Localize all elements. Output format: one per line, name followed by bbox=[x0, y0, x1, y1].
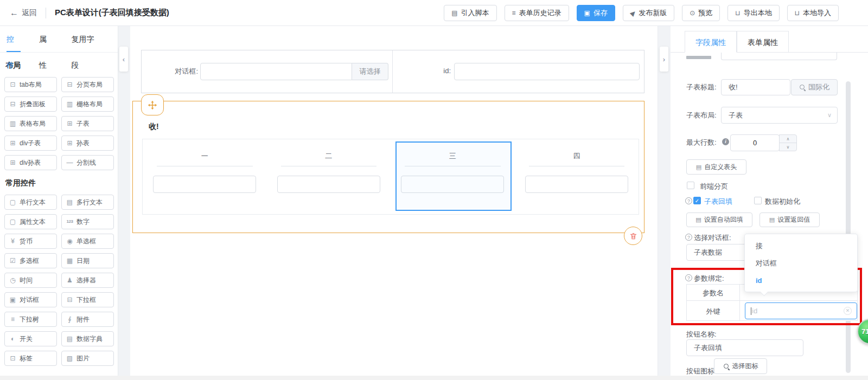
return-value-button[interactable]: ▤ 设置返回值 bbox=[760, 212, 820, 227]
control-grid-layout[interactable]: ▥栅格布局 bbox=[61, 96, 114, 112]
number-123-icon: 123 bbox=[65, 220, 74, 224]
control-currency[interactable]: ¥货币 bbox=[4, 234, 57, 249]
control-single-line-text[interactable]: ▢单行文本 bbox=[4, 195, 57, 210]
data-init-checkbox[interactable] bbox=[754, 197, 762, 204]
control-pagination-layout[interactable]: ⊟分页布局 bbox=[61, 77, 114, 92]
control-divider-line[interactable]: —分割线 bbox=[61, 155, 114, 170]
control-time[interactable]: ◷时间 bbox=[4, 273, 57, 288]
dialog-input[interactable] bbox=[200, 63, 352, 80]
subtable-cell-input[interactable] bbox=[277, 176, 380, 193]
panel-scrollbar[interactable] bbox=[846, 81, 851, 373]
control-data-dictionary[interactable]: ▤数据字典 bbox=[61, 331, 114, 346]
control-label: 子表 bbox=[76, 119, 90, 128]
control-radio[interactable]: ◉单选框 bbox=[61, 234, 114, 249]
control-image[interactable]: ▧图片 bbox=[61, 351, 114, 366]
control-label: 对话框 bbox=[20, 295, 39, 305]
collapse-left-button[interactable]: ‹ bbox=[119, 47, 128, 72]
control-tab-layout[interactable]: ⊡tab布局 bbox=[4, 77, 57, 92]
choose-icon-button[interactable]: 选择图标 bbox=[714, 358, 767, 374]
suggestion-popup-list: 接对话框id bbox=[745, 237, 857, 289]
sidebar-tab-controls[interactable]: 控件 bbox=[7, 26, 21, 52]
drag-handle[interactable] bbox=[141, 94, 164, 115]
stepper-up-button[interactable]: ∧ bbox=[780, 135, 796, 143]
control-div-subtable[interactable]: ⊞div子表 bbox=[4, 136, 57, 151]
preview-button[interactable]: ⊙预览 bbox=[682, 5, 720, 21]
choose-button[interactable]: 请选择 bbox=[352, 63, 388, 80]
import-local-button[interactable]: ⊔本地导入 bbox=[787, 5, 839, 21]
control-table-layout[interactable]: ▥表格布局 bbox=[4, 116, 57, 131]
subtable-title-label: 子表标题: bbox=[686, 82, 717, 92]
control-grandchild-table[interactable]: ⊞孙表 bbox=[61, 136, 114, 151]
import-script-button[interactable]: ▤引入脚本 bbox=[444, 5, 496, 21]
panel-tab-form-properties[interactable]: 表单属性 bbox=[737, 31, 789, 53]
front-paging-checkbox[interactable] bbox=[687, 182, 694, 189]
subtable-cell-input[interactable] bbox=[153, 176, 256, 193]
sidebar-tab-properties[interactable]: 属性 bbox=[39, 26, 53, 52]
save-icon: ▣ bbox=[584, 10, 590, 16]
control-dropdown[interactable]: ⊟下拉框 bbox=[61, 292, 114, 307]
id-input[interactable] bbox=[454, 63, 640, 80]
control-picker[interactable]: ♟选择器 bbox=[61, 273, 114, 288]
toggle-icon: ◐ bbox=[8, 336, 17, 342]
subtable-cell-input[interactable] bbox=[525, 176, 628, 193]
control-tag[interactable]: ⊡标签 bbox=[4, 351, 57, 366]
control-dialog[interactable]: ▣对话框 bbox=[4, 292, 57, 307]
dropdown-item[interactable]: 接 bbox=[745, 237, 857, 255]
dropdown-item[interactable]: 对话框 bbox=[745, 255, 857, 272]
table-divider bbox=[739, 285, 740, 320]
control-label: 下拉框 bbox=[76, 295, 96, 305]
column-underline bbox=[281, 166, 377, 166]
form-history-button[interactable]: ≡表单历史记录 bbox=[505, 5, 569, 21]
control-switch[interactable]: ◐开关 bbox=[4, 331, 57, 346]
sidebar-tab-reuse-fields[interactable]: 复用字段 bbox=[72, 26, 100, 52]
subtable-title-input[interactable]: 收! bbox=[721, 79, 790, 95]
delete-subtable-button[interactable] bbox=[624, 227, 642, 245]
column-underline bbox=[529, 166, 625, 166]
number-stepper: ∧ ∨ bbox=[779, 134, 797, 151]
max-rows-input[interactable]: 0 bbox=[730, 134, 780, 151]
control-dropdown-tree[interactable]: ≡下拉树 bbox=[4, 312, 57, 327]
subtable-cell-input[interactable] bbox=[401, 176, 504, 193]
control-date[interactable]: ▦日期 bbox=[61, 253, 114, 268]
control-label: 货币 bbox=[20, 237, 33, 246]
tag-icon: ⊡ bbox=[8, 355, 17, 362]
auto-backfill-button[interactable]: ▤ 设置自动回填 bbox=[686, 212, 752, 227]
control-multi-line-text[interactable]: ▤多行文本 bbox=[61, 195, 114, 210]
custom-header-button[interactable]: ▤ 自定义表头 bbox=[686, 159, 746, 175]
export-local-button[interactable]: ⊔导出本地 bbox=[727, 5, 779, 21]
control-attribute-text[interactable]: ▢属性文本 bbox=[4, 214, 57, 229]
button-label: 本地导入 bbox=[803, 8, 831, 18]
i18n-button[interactable]: 国际化 bbox=[791, 79, 838, 95]
control-label: 图片 bbox=[76, 354, 90, 363]
control-collapse-panel[interactable]: ⊟折叠面板 bbox=[4, 96, 57, 112]
clipped-field-input[interactable] bbox=[721, 53, 837, 60]
dialog-icon: ▣ bbox=[8, 297, 17, 303]
dropdown-item[interactable]: id bbox=[745, 272, 857, 289]
back-button[interactable]: ← 返回 bbox=[10, 8, 37, 18]
control-attachment[interactable]: ∮附件 bbox=[61, 312, 114, 327]
control-number[interactable]: 123数字 bbox=[61, 214, 114, 229]
control-div-grandchild-table[interactable]: ⊞div孙表 bbox=[4, 155, 57, 170]
i18n-button-label: 国际化 bbox=[808, 82, 829, 92]
stepper-down-button[interactable]: ∨ bbox=[780, 143, 796, 151]
control-subtable[interactable]: ⊞子表 bbox=[61, 116, 114, 131]
publish-button[interactable]: ▶发布新版 bbox=[623, 5, 674, 21]
panel-tab-field-properties[interactable]: 字段属性 bbox=[685, 31, 737, 53]
control-checkbox[interactable]: ☑多选框 bbox=[4, 253, 57, 268]
choose-dialog-value: 子表数据 bbox=[694, 248, 722, 257]
subtable-layout-select[interactable]: 子表 ∨ bbox=[721, 107, 838, 124]
subtable-layout-label: 子表布局: bbox=[686, 111, 717, 120]
book-icon: ▤ bbox=[65, 336, 74, 342]
clipped-field-label bbox=[686, 56, 711, 59]
backfill-checkbox[interactable]: ✓ bbox=[693, 197, 701, 204]
divider-line-icon: — bbox=[65, 159, 74, 166]
save-button[interactable]: ▣保存 bbox=[577, 5, 615, 21]
foreign-key-input[interactable]: id ✕ bbox=[745, 302, 857, 319]
horizontal-scrollbar-track[interactable] bbox=[0, 376, 868, 380]
button-label: 预览 bbox=[698, 8, 712, 18]
button-name-input[interactable]: 子表回填 bbox=[686, 339, 803, 356]
clear-icon[interactable]: ✕ bbox=[844, 307, 852, 315]
control-grid: ▢单行文本▤多行文本▢属性文本123数字¥货币◉单选框☑多选框▦日期◷时间♟选择… bbox=[0, 195, 118, 366]
collapse-right-button[interactable]: › bbox=[660, 47, 668, 72]
subtable-title: 收! bbox=[149, 122, 159, 132]
